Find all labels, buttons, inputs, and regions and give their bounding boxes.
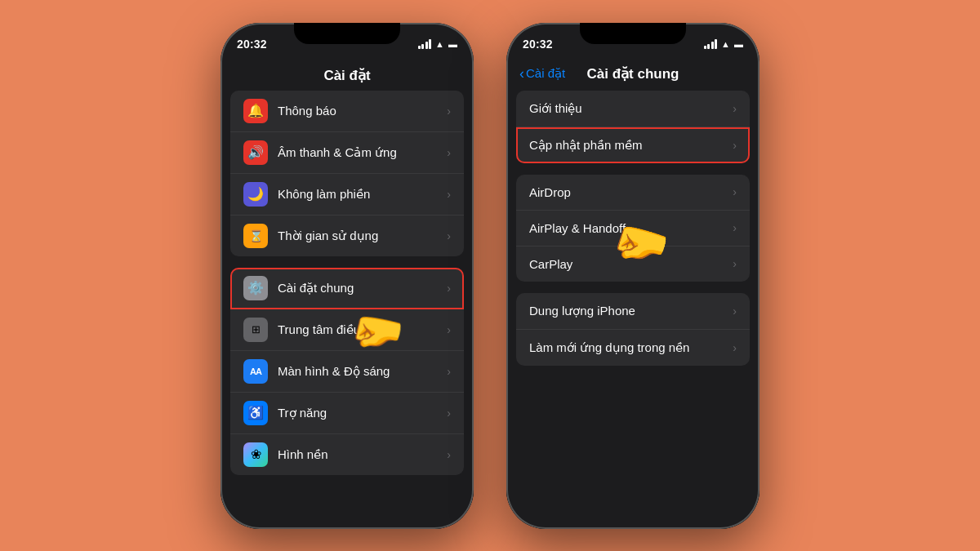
wallpaper-icon: ❀ [243,442,268,467]
screentime-chevron: › [447,229,451,242]
wifi-icon-1: ▲ [435,39,444,49]
carplay-label: CarPlay [529,257,733,271]
settings-item-dnd[interactable]: 🌙 Không làm phiền › [230,174,464,216]
wallpaper-chevron: › [447,448,451,461]
phone2-section2: AirDrop › AirPlay & Handoff › CarPlay › [506,175,760,282]
airplay-label: AirPlay & Handoff [529,221,733,235]
software-update-item[interactable]: Cập nhật phần mềm › [516,127,750,163]
about-label: Giới thiệu [529,101,733,116]
status-icons-2: ▲ ▬ [704,39,743,49]
phone2-section3-list: Dung lượng iPhone › Làm mới ứng dụng tro… [516,293,750,366]
carplay-item[interactable]: CarPlay › [516,247,750,282]
sound-icon: 🔊 [243,140,268,165]
background-refresh-label: Làm mới ứng dụng trong nền [529,340,733,355]
back-button[interactable]: ‹ Cài đặt [519,65,565,82]
notifications-label: Thông báo [278,104,447,118]
phone2-section3: Dung lượng iPhone › Làm mới ứng dụng tro… [506,293,760,366]
display-chevron: › [447,365,451,378]
carplay-chevron: › [733,257,737,270]
settings-item-general[interactable]: ⚙️ Cài đặt chung › [230,268,464,309]
settings-item-controlcenter[interactable]: ⊞ Trung tâm điều › [230,309,464,351]
sound-label: Âm thanh & Cảm ứng [278,145,447,160]
general-icon: ⚙️ [243,276,268,300]
back-label: Cài đặt [526,66,565,81]
background-refresh-chevron: › [733,341,737,354]
phone2-nav-title: Cài đặt chung [587,65,679,82]
general-label: Cài đặt chung [278,281,447,295]
phone2-section1-list: Giới thiệu › Cập nhật phần mềm › [516,91,750,163]
dnd-label: Không làm phiền [278,187,447,202]
signal-icon-1 [418,39,432,49]
controlcenter-icon: ⊞ [243,318,268,342]
screentime-icon: ⌛ [243,224,268,248]
notch-2 [580,23,686,44]
about-item[interactable]: Giới thiệu › [516,91,750,127]
settings-item-accessibility[interactable]: ♿ Trợ năng › [230,393,464,434]
status-icons-1: ▲ ▬ [418,39,457,49]
accessibility-icon: ♿ [243,401,268,425]
controlcenter-chevron: › [447,323,451,336]
wifi-icon-2: ▲ [721,39,730,49]
general-chevron: › [447,282,451,295]
phone-2: 20:32 ▲ ▬ ‹ Cài đặt Cài đặt chung Giới [506,23,760,529]
back-chevron-icon: ‹ [519,65,524,82]
storage-item[interactable]: Dung lượng iPhone › [516,293,750,330]
back-navigation: ‹ Cài đặt Cài đặt chung [506,59,760,86]
phone2-content: ‹ Cài đặt Cài đặt chung Giới thiệu › Cập… [506,59,760,529]
airdrop-item[interactable]: AirDrop › [516,175,750,211]
signal-icon-2 [704,39,718,49]
airdrop-label: AirDrop [529,185,733,199]
phone1-section1: 🔔 Thông báo › 🔊 Âm thanh & Cảm ứng › 🌙 K… [220,91,474,256]
phone-1: 20:32 ▲ ▬ Cài đặt 🔔 Thông báo › [220,23,474,529]
storage-label: Dung lượng iPhone [529,304,733,318]
airdrop-chevron: › [733,185,737,198]
settings-item-sound[interactable]: 🔊 Âm thanh & Cảm ứng › [230,132,464,174]
accessibility-label: Trợ năng [278,406,447,420]
software-update-chevron: › [733,139,737,152]
phone1-nav-title: Cài đặt [220,59,474,91]
settings-item-screentime[interactable]: ⌛ Thời gian sử dụng › [230,216,464,256]
phone1-section2-list: ⚙️ Cài đặt chung › ⊞ Trung tâm điều › AA… [230,268,464,475]
settings-item-display[interactable]: AA Màn hình & Độ sáng › [230,351,464,393]
phone1-section1-list: 🔔 Thông báo › 🔊 Âm thanh & Cảm ứng › 🌙 K… [230,91,464,256]
airplay-chevron: › [733,221,737,234]
background-refresh-item[interactable]: Làm mới ứng dụng trong nền › [516,330,750,366]
dnd-chevron: › [447,188,451,201]
notifications-icon: 🔔 [243,99,268,123]
wallpaper-label: Hình nền [278,447,447,462]
about-chevron: › [733,102,737,115]
phone2-section1: Giới thiệu › Cập nhật phần mềm › [506,91,760,163]
time-2: 20:32 [523,38,553,51]
battery-icon-2: ▬ [734,39,743,49]
settings-item-wallpaper[interactable]: ❀ Hình nền › [230,434,464,475]
display-icon: AA [243,359,268,384]
storage-chevron: › [733,304,737,318]
accessibility-chevron: › [447,407,451,420]
time-1: 20:32 [237,38,267,51]
notifications-chevron: › [447,104,451,118]
screentime-label: Thời gian sử dụng [278,229,447,243]
notch-1 [294,23,400,44]
settings-item-notifications[interactable]: 🔔 Thông báo › [230,91,464,132]
phone1-content: Cài đặt 🔔 Thông báo › 🔊 Âm thanh & Cảm ứ… [220,59,474,529]
battery-icon-1: ▬ [448,39,457,49]
airplay-item[interactable]: AirPlay & Handoff › [516,211,750,247]
controlcenter-label: Trung tâm điều [278,322,447,337]
dnd-icon: 🌙 [243,182,268,207]
display-label: Màn hình & Độ sáng [278,364,447,379]
phone2-section2-list: AirDrop › AirPlay & Handoff › CarPlay › [516,175,750,282]
software-update-label: Cập nhật phần mềm [529,138,733,153]
sound-chevron: › [447,146,451,159]
phone1-section2: ⚙️ Cài đặt chung › ⊞ Trung tâm điều › AA… [220,268,474,475]
